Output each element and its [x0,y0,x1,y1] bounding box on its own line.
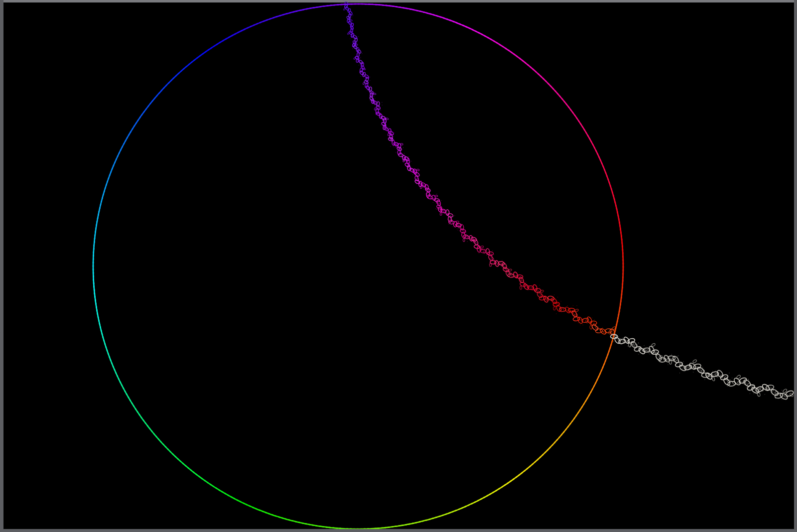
app-window [0,0,797,532]
fractal-curve-canvas [0,0,797,532]
